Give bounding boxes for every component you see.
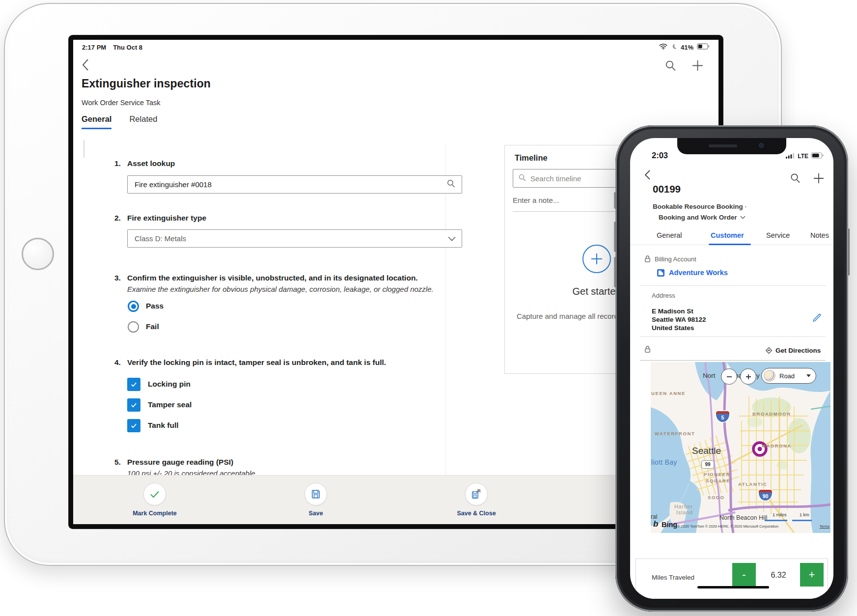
chevron-down-icon[interactable] — [448, 234, 456, 243]
phone-front-camera — [759, 143, 764, 148]
note-input[interactable]: Enter a note... — [513, 196, 559, 204]
record-entity: Bookable Resource Booking · — [653, 203, 747, 210]
phone-device: 2:03 LTE 00199 Bookable Resource Booking… — [615, 125, 848, 612]
asset-lookup-input[interactable]: Fire extinguisher #0018 — [127, 175, 462, 194]
checkbox-tank-full-label[interactable]: Tank full — [148, 421, 179, 430]
divider — [640, 336, 826, 337]
checkbox-locking-pin-label[interactable]: Locking pin — [148, 380, 191, 389]
billing-account-label: Billing Account — [655, 255, 696, 263]
billing-account-link[interactable]: Adventure Works — [669, 269, 728, 277]
map-label-square: SQUARE — [706, 478, 730, 483]
timeline-description: Capture and manage all records... — [517, 312, 628, 320]
timeline-search-input[interactable]: Search timeline — [513, 169, 633, 188]
add-icon[interactable] — [691, 59, 704, 74]
map-scale-bar-km — [792, 520, 812, 521]
phone-network-type: LTE — [798, 153, 808, 160]
home-indicator[interactable] — [697, 586, 769, 588]
mark-complete-button[interactable]: Mark Complete — [113, 476, 196, 524]
divider — [640, 285, 826, 286]
question-number: 5. — [114, 458, 121, 467]
route-99-shield: 99 — [701, 460, 714, 469]
radio-fail[interactable] — [128, 321, 139, 333]
map-label-queen-anne: QUEEN ANNE — [651, 391, 686, 396]
map-style-selector[interactable]: Road — [761, 368, 816, 384]
map-scale-miles: 1 miles — [773, 512, 787, 517]
tab-general[interactable]: General — [82, 114, 111, 129]
map-label-atlantic: ATLANTIC — [738, 481, 768, 487]
checkbox-tamper-seal[interactable] — [127, 398, 140, 412]
address-line-3: United States — [652, 324, 706, 332]
asset-lookup-value: Fire extinguisher #0018 — [135, 180, 446, 189]
miles-increment-button[interactable]: + — [800, 563, 824, 587]
form-selector[interactable]: Booking and Work Order — [659, 214, 746, 221]
column-divider — [445, 145, 446, 475]
do-not-disturb-moon-icon — [671, 43, 677, 51]
phone-volume-down-button — [614, 257, 616, 287]
search-icon[interactable] — [790, 172, 801, 186]
map-zoom-out-button[interactable] — [721, 368, 737, 385]
question-number: 4. — [114, 358, 121, 367]
address-label: Address — [652, 292, 675, 299]
directions-icon[interactable] — [765, 346, 773, 357]
back-button[interactable] — [81, 58, 90, 73]
form-selector-label: Booking and Work Order — [659, 214, 737, 221]
question-number: 2. — [114, 214, 121, 223]
save-close-label: Save & Close — [435, 510, 518, 517]
radio-pass-label[interactable]: Pass — [146, 302, 164, 310]
save-button[interactable]: Save — [274, 476, 358, 524]
scrollbar[interactable] — [83, 140, 84, 158]
extinguisher-type-select[interactable]: Class D: Metals — [127, 229, 462, 248]
back-button[interactable] — [644, 169, 651, 182]
get-directions-button[interactable]: Get Directions — [775, 347, 821, 354]
map-label-broadmoor: BROADMOOR — [752, 411, 791, 417]
address-line-1: E Madison St — [652, 307, 706, 315]
map-zoom-in-button[interactable] — [740, 368, 756, 385]
map-terms-link[interactable]: Terms — [820, 524, 829, 529]
divider — [640, 360, 826, 361]
save-close-button[interactable]: Save & Close — [435, 476, 518, 524]
phone-screen: 2:03 LTE 00199 Bookable Resource Booking… — [630, 138, 833, 599]
map-label-north-beacon-hill: North Beacon Hill — [719, 514, 767, 521]
edit-pencil-icon[interactable] — [812, 313, 822, 325]
timeline-search-placeholder: Search timeline — [530, 174, 581, 183]
account-record-icon — [657, 269, 665, 279]
miles-traveled-label: Miles Traveled — [652, 574, 694, 581]
chevron-down-icon — [740, 216, 746, 219]
tab-related[interactable]: Related — [129, 114, 157, 129]
phone-status-time: 2:03 — [652, 151, 668, 160]
page-subtitle: Work Order Service Task — [82, 99, 161, 107]
radio-fail-label[interactable]: Fail — [146, 322, 159, 331]
phone-power-button — [847, 228, 850, 276]
add-icon[interactable] — [813, 172, 825, 186]
checkbox-locking-pin[interactable] — [127, 378, 140, 391]
map-style-value: Road — [779, 372, 802, 380]
tab-service[interactable]: Service — [766, 231, 790, 239]
note-underline — [513, 211, 633, 212]
search-icon[interactable] — [664, 59, 677, 74]
map-label-fragment: Nort — [703, 372, 716, 379]
tab-notes[interactable]: Notes — [810, 231, 829, 239]
checkbox-tamper-seal-label[interactable]: Tamper seal — [148, 400, 192, 409]
stage: 2:17 PM Thu Oct 8 41% — [0, 0, 857, 616]
question-number: 3. — [114, 274, 121, 282]
map-label-pioneer: PIONEER — [704, 472, 730, 477]
check-icon[interactable] — [143, 483, 166, 505]
question-label-extinguisher-type: Fire extinguisher type — [127, 214, 206, 223]
map-label-sodo: SODO — [708, 495, 724, 500]
radio-pass[interactable] — [128, 301, 139, 312]
save-close-icon[interactable] — [465, 483, 488, 505]
checkbox-tank-full[interactable] — [127, 419, 140, 432]
timeline-add-record-button[interactable] — [582, 245, 611, 273]
map[interactable]: Nort ba y QUEEN ANNE BROADMOOR WATERFRON… — [651, 362, 830, 533]
phone-speaker — [709, 144, 737, 147]
miles-decrement-button[interactable]: - — [732, 563, 756, 587]
tab-general[interactable]: General — [657, 231, 682, 239]
save-icon[interactable] — [304, 483, 327, 505]
bing-logo-text: Bing — [662, 521, 677, 529]
minus-icon — [726, 373, 733, 380]
signal-bars-icon — [786, 152, 795, 161]
lookup-search-icon[interactable] — [446, 179, 456, 190]
extinguisher-type-value: Class D: Metals — [135, 234, 448, 243]
map-scale-km: 1 km — [800, 512, 809, 517]
tab-customer[interactable]: Customer — [711, 231, 744, 239]
